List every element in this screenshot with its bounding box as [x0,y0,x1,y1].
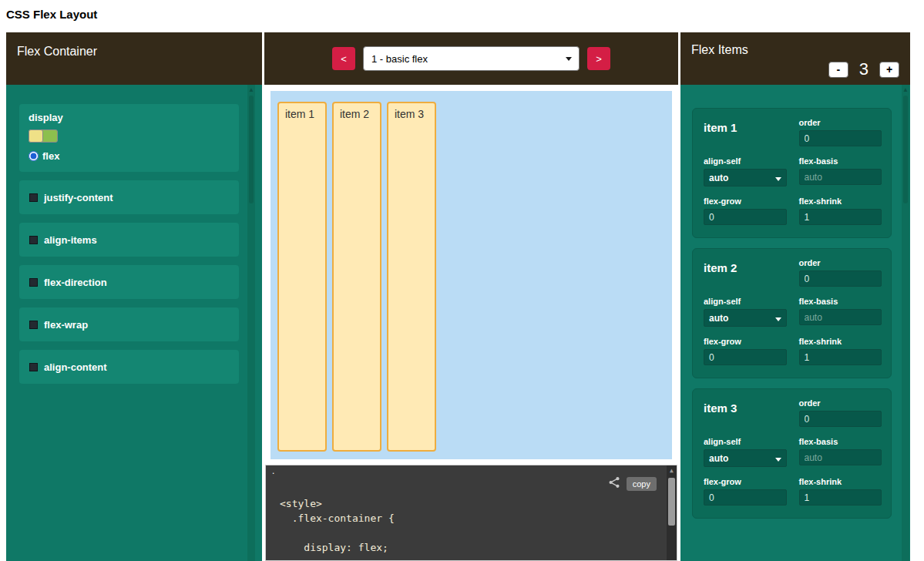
flex-direction-checkbox[interactable] [29,278,38,287]
option-label: align-content [44,361,107,373]
flex-grow-input[interactable] [704,349,787,365]
flex-shrink-field: flex-shrink [799,337,882,365]
code-scrollbar[interactable]: ▲ [667,465,677,560]
scroll-up-icon[interactable]: ▲ [247,85,255,95]
flex-container-body: display flex justify-content align-items [6,85,262,561]
demo-flex-item: item 2 [332,102,381,452]
option-align-items: align-items [19,223,239,257]
remove-item-button[interactable]: - [828,62,848,78]
align-self-select[interactable]: auto [704,449,787,467]
option-flex-direction: flex-direction [19,265,239,299]
flex-grow-field: flex-grow [704,477,787,506]
flex-grow-input[interactable] [704,489,787,506]
flex-items-header: Flex Items - 3 + [680,32,910,85]
preset-select-wrap: 1 - basic flex [363,46,580,71]
flex-grow-field: flex-grow [704,197,787,225]
flex-radio-label: flex [42,150,59,162]
option-label: justify-content [44,192,113,203]
order-field: order [799,118,882,146]
item-title: item 3 [704,398,787,427]
align-items-checkbox[interactable] [29,236,38,244]
code-line: <style> [280,496,654,511]
flex-basis-label: flex-basis [799,437,882,446]
scroll-up-icon[interactable]: ▲ [902,85,909,95]
flex-grow-label: flex-grow [704,337,787,346]
display-toggle-knob [29,129,43,143]
order-field: order [799,398,882,427]
flex-grow-label: flex-grow [704,197,787,206]
flex-grow-field: flex-grow [704,337,787,365]
flex-shrink-input[interactable] [799,489,882,506]
copy-button[interactable]: copy [627,477,657,491]
flex-wrap-checkbox[interactable] [29,321,38,329]
preview-body: item 1 item 2 item 3 . [264,85,678,561]
order-label: order [799,398,882,408]
code-bullet: . [272,465,274,476]
order-input[interactable] [799,270,882,287]
left-scrollbar[interactable]: ▲ [247,85,255,561]
order-input[interactable] [799,130,882,146]
flex-basis-field: flex-basis [799,437,882,467]
align-self-label: align-self [704,297,787,306]
item-title: item 2 [704,258,787,287]
flex-shrink-label: flex-shrink [799,477,882,486]
flex-shrink-label: flex-shrink [799,197,882,206]
align-self-select[interactable]: auto [704,169,787,186]
order-field: order [799,258,882,287]
right-scrollbar-thumb[interactable] [903,96,908,203]
code-scrollbar-thumb[interactable] [668,478,675,526]
add-item-button[interactable]: + [879,62,899,78]
share-icon[interactable] [608,476,620,492]
align-self-label: align-self [704,437,787,446]
display-label: display [29,112,230,123]
flex-basis-input[interactable] [799,309,882,325]
preview-column: < 1 - basic flex > item 1 item 2 item 3 … [264,32,678,561]
order-label: order [799,258,882,267]
flex-grow-label: flex-grow [704,477,787,486]
justify-content-checkbox[interactable] [29,193,38,202]
flex-basis-label: flex-basis [799,156,882,166]
align-content-checkbox[interactable] [29,363,38,371]
flex-items-column: Flex Items - 3 + item 1 order align-self [680,32,910,561]
flex-shrink-field: flex-shrink [799,477,882,506]
align-self-field: align-self auto [704,437,787,467]
flex-radio-row: flex [29,150,230,162]
code-line [280,526,654,540]
code-line: display: flex; [280,540,654,555]
item-count-controls: - 3 + [828,59,899,79]
flex-container-header: Flex Container [6,32,262,85]
left-scrollbar-thumb[interactable] [249,96,254,203]
flex-shrink-label: flex-shrink [799,337,882,346]
option-label: flex-wrap [44,319,88,331]
option-align-content: align-content [19,350,239,384]
prev-preset-button[interactable]: < [332,47,355,70]
flex-radio[interactable] [29,151,39,161]
option-flex-wrap: flex-wrap [19,307,239,341]
align-self-select[interactable]: auto [704,309,787,327]
flex-basis-input[interactable] [799,449,882,465]
flex-basis-input[interactable] [799,169,882,185]
align-self-label: align-self [704,156,787,166]
right-scrollbar[interactable]: ▲ [902,85,909,561]
display-toggle[interactable] [29,129,58,143]
item-title: item 1 [704,118,787,146]
flex-basis-label: flex-basis [799,297,882,306]
scroll-up-icon[interactable]: ▲ [667,465,677,476]
flex-shrink-input[interactable] [799,209,882,225]
order-input[interactable] [799,411,882,427]
flex-items-body: item 1 order align-self auto flex-basis [680,85,910,561]
code-panel: . copy <style> .fl [265,465,677,561]
display-panel: display flex [19,104,239,172]
demo-flex-item: item 3 [387,102,436,452]
item-panel-1: item 1 order align-self auto flex-basis [692,108,892,238]
preset-toolbar: < 1 - basic flex > [264,32,678,85]
flex-grow-input[interactable] [704,209,787,225]
app: CSS Flex Layout Flex Container display f… [0,0,924,561]
flex-shrink-input[interactable] [799,349,882,365]
next-preset-button[interactable]: > [587,47,610,70]
preset-select[interactable]: 1 - basic flex [363,46,580,71]
item-count: 3 [859,59,869,79]
code-line: .flex-container { [280,511,654,526]
demo-flex-item: item 1 [277,102,327,452]
align-self-field: align-self auto [704,156,787,186]
